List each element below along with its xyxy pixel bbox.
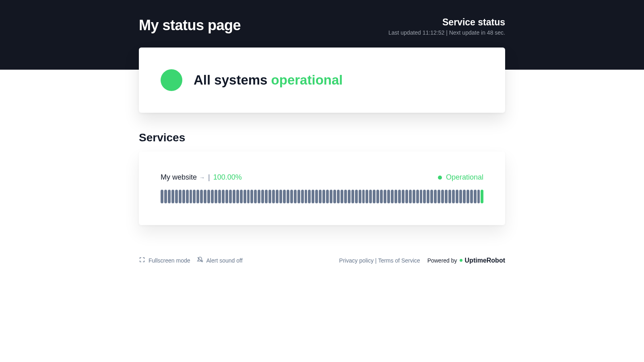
uptime-bar[interactable] (175, 190, 178, 203)
uptime-bar[interactable] (452, 190, 455, 203)
uptime-bar[interactable] (341, 190, 343, 203)
uptime-bar[interactable] (261, 190, 264, 203)
uptime-bar[interactable] (250, 190, 253, 203)
uptime-bar[interactable] (477, 190, 480, 203)
uptime-bar[interactable] (211, 190, 214, 203)
uptime-bar[interactable] (179, 190, 182, 203)
uptime-bar[interactable] (423, 190, 426, 203)
uptime-bar[interactable] (244, 190, 246, 203)
uptime-bar[interactable] (308, 190, 311, 203)
alert-sound-toggle[interactable]: Alert sound off (197, 257, 243, 264)
uptime-bar[interactable] (470, 190, 473, 203)
uptime-bar[interactable] (380, 190, 383, 203)
uptime-bar[interactable] (438, 190, 440, 203)
uptime-bar[interactable] (387, 190, 390, 203)
privacy-policy-link[interactable]: Privacy policy (339, 257, 374, 264)
uptime-bar[interactable] (348, 190, 351, 203)
uptime-bar[interactable] (351, 190, 354, 203)
uptime-bar[interactable] (161, 190, 163, 203)
uptime-bar[interactable] (164, 190, 167, 203)
uptime-bar[interactable] (290, 190, 293, 203)
uptime-bar[interactable] (218, 190, 221, 203)
uptime-bar[interactable] (258, 190, 260, 203)
uptime-bar[interactable] (287, 190, 289, 203)
uptime-bar[interactable] (204, 190, 206, 203)
service-name[interactable]: My website (161, 173, 197, 182)
uptime-bar[interactable] (326, 190, 329, 203)
uptime-bar[interactable] (196, 190, 199, 203)
uptime-bar[interactable] (359, 190, 361, 203)
uptime-bar[interactable] (182, 190, 185, 203)
uptime-bar[interactable] (376, 190, 379, 203)
uptime-bar[interactable] (391, 190, 394, 203)
uptime-bar[interactable] (362, 190, 365, 203)
uptime-bar[interactable] (301, 190, 304, 203)
uptime-bar[interactable] (365, 190, 368, 203)
uptime-bar[interactable] (416, 190, 419, 203)
uptime-bar[interactable] (463, 190, 466, 203)
uptime-bar[interactable] (459, 190, 462, 203)
page-title: My status page (139, 17, 241, 34)
tos-link[interactable]: Terms of Service (378, 257, 420, 264)
uptime-bar[interactable] (225, 190, 228, 203)
uptime-bar[interactable] (441, 190, 444, 203)
uptime-bar[interactable] (413, 190, 415, 203)
uptime-bar[interactable] (402, 190, 405, 203)
uptime-bar[interactable] (322, 190, 325, 203)
uptime-bar[interactable] (315, 190, 318, 203)
uptime-bar[interactable] (193, 190, 196, 203)
uptime-bar[interactable] (168, 190, 171, 203)
uptime-bar[interactable] (398, 190, 401, 203)
uptime-bar[interactable] (207, 190, 210, 203)
uptime-bar[interactable] (355, 190, 358, 203)
uptime-bar[interactable] (330, 190, 332, 203)
uptime-bar[interactable] (200, 190, 203, 203)
overall-status-text: All systems operational (194, 72, 343, 88)
uptime-bar[interactable] (265, 190, 268, 203)
uptime-bar[interactable] (215, 190, 217, 203)
uptime-bar[interactable] (384, 190, 386, 203)
uptime-bar[interactable] (405, 190, 408, 203)
uptime-bar[interactable] (247, 190, 250, 203)
uptime-bar[interactable] (236, 190, 239, 203)
uptime-bar[interactable] (474, 190, 477, 203)
uptime-bar[interactable] (272, 190, 275, 203)
uptime-bar[interactable] (229, 190, 232, 203)
uptime-bar[interactable] (456, 190, 458, 203)
uptime-bar[interactable] (344, 190, 347, 203)
uptime-bar[interactable] (305, 190, 308, 203)
uptime-bar[interactable] (319, 190, 322, 203)
uptime-bar[interactable] (297, 190, 300, 203)
uptime-bar[interactable] (276, 190, 279, 203)
uptime-bar[interactable] (394, 190, 397, 203)
brand-dot-icon (460, 259, 462, 262)
uptime-bar[interactable] (337, 190, 340, 203)
uptime-bar[interactable] (448, 190, 451, 203)
uptime-bar[interactable] (373, 190, 376, 203)
fullscreen-toggle[interactable]: Fullscreen mode (139, 257, 190, 264)
uptime-bar[interactable] (312, 190, 314, 203)
uptime-bar[interactable] (333, 190, 336, 203)
uptime-bar[interactable] (427, 190, 429, 203)
uptime-bar[interactable] (254, 190, 257, 203)
uptime-bar[interactable] (186, 190, 189, 203)
uptime-bar[interactable] (283, 190, 286, 203)
powered-by[interactable]: Powered by UptimeRobot (427, 257, 505, 264)
arrow-right-icon: → (199, 174, 205, 181)
uptime-bar[interactable] (420, 190, 423, 203)
uptime-bar[interactable] (434, 190, 437, 203)
uptime-bar[interactable] (233, 190, 235, 203)
uptime-bar[interactable] (466, 190, 469, 203)
uptime-bar[interactable] (369, 190, 372, 203)
uptime-bar[interactable] (481, 190, 483, 203)
uptime-bar[interactable] (222, 190, 225, 203)
uptime-bar[interactable] (409, 190, 412, 203)
uptime-bar[interactable] (445, 190, 448, 203)
uptime-bar[interactable] (279, 190, 282, 203)
uptime-bar[interactable] (294, 190, 297, 203)
uptime-bar[interactable] (171, 190, 174, 203)
uptime-bar[interactable] (240, 190, 243, 203)
uptime-bar[interactable] (190, 190, 192, 203)
uptime-bar[interactable] (268, 190, 271, 203)
uptime-bar[interactable] (430, 190, 433, 203)
